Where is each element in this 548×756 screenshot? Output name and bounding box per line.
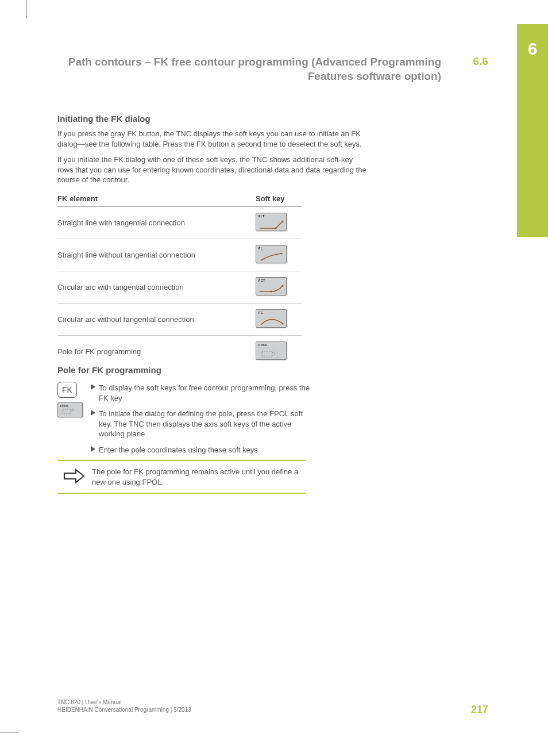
- fk-element-label: Circular arc without tangential connecti…: [57, 303, 256, 335]
- section-heading: Initiating the FK dialog: [57, 114, 368, 124]
- softkey-fct: FCT: [256, 277, 287, 296]
- softkey-cell: FPOL: [256, 335, 302, 367]
- fk-element-label: Circular arc with tangential connection: [57, 271, 256, 303]
- steps-list: To display the soft keys for free contou…: [91, 383, 310, 460]
- svg-marker-17: [91, 446, 95, 452]
- softkey-flt: FLT: [256, 213, 287, 231]
- step-text: To display the soft keys for free contou…: [99, 383, 310, 403]
- svg-point-7: [282, 285, 284, 286]
- list-item: To display the soft keys for free contou…: [91, 383, 310, 403]
- fk-element-label: Pole for FK programming: [57, 335, 256, 367]
- softkey-label: FCT: [258, 279, 265, 282]
- softkey-cell: FL: [256, 239, 302, 271]
- svg-line-1: [276, 221, 283, 228]
- crop-mark: [26, 0, 27, 18]
- softkey-label: FC: [258, 311, 263, 314]
- table-row: Straight line without tangential connect…: [57, 239, 302, 271]
- step-text: Enter the pole coordinates using these s…: [99, 445, 258, 455]
- softkey-glyph-icon: [258, 251, 285, 262]
- softkey-label: FLT: [258, 214, 265, 218]
- softkey-glyph-icon: [258, 283, 285, 294]
- section2: Pole for FK programming: [57, 365, 310, 380]
- softkey-fc: FC: [256, 309, 287, 328]
- page-number: 217: [471, 704, 488, 716]
- content-column: Initiating the FK dialog If you press th…: [57, 114, 368, 367]
- softkey-glyph-icon: [258, 316, 285, 326]
- paragraph: If you initiate the FK dialog with one o…: [57, 155, 368, 185]
- table-row: Pole for FK programming FPOL: [57, 335, 302, 367]
- svg-rect-12: [63, 409, 71, 414]
- chapter-tab: 6: [517, 24, 548, 237]
- softkey-fpol-small: FPOL: [57, 402, 83, 417]
- footer-line: TNC 620 | User's Manual: [57, 699, 500, 706]
- table-header: Soft key: [256, 191, 302, 207]
- softkey-cell: FLT: [256, 206, 302, 239]
- key-stack: FK FPOL: [57, 382, 83, 420]
- section-heading: Pole for FK programming: [57, 365, 310, 375]
- section-number: 6.6: [473, 55, 488, 68]
- softkey-fl: FL: [256, 245, 287, 263]
- fk-element-label: Straight line with tangential connection: [57, 206, 256, 239]
- fk-element-label: Straight line without tangential connect…: [57, 239, 256, 271]
- svg-point-2: [275, 227, 277, 229]
- note-box: The pole for FK programming remains acti…: [57, 460, 306, 494]
- softkey-cell: FCT: [256, 271, 302, 303]
- triangle-icon: [91, 409, 99, 439]
- softkey-glyph-icon: [258, 219, 285, 229]
- hardkey-label: FK: [62, 385, 72, 394]
- triangle-icon: [91, 383, 99, 403]
- paragraph: If you press the gray FK button, the TNC…: [57, 129, 368, 149]
- arrow-right-icon: [62, 467, 92, 487]
- softkey-glyph-icon: [60, 407, 81, 416]
- fk-table: FK element Soft key Straight line with t…: [57, 191, 302, 367]
- list-item: Enter the pole coordinates using these s…: [91, 445, 310, 455]
- list-item: To initiate the dialog for defining the …: [91, 409, 310, 439]
- hardkey-fk: FK: [57, 382, 77, 398]
- note-text: The pole for FK programming remains acti…: [92, 467, 301, 487]
- page-footer: TNC 620 | User's Manual HEIDENHAIN Conve…: [57, 699, 500, 713]
- header-title: Path contours – FK free contour programm…: [57, 55, 500, 83]
- softkey-fpol: FPOL: [256, 341, 287, 360]
- step-text: To initiate the dialog for defining the …: [99, 409, 310, 439]
- svg-point-8: [282, 323, 284, 324]
- table-row: Circular arc with tangential connection …: [57, 271, 302, 303]
- svg-marker-16: [91, 410, 95, 416]
- svg-rect-9: [262, 351, 272, 357]
- svg-marker-15: [91, 384, 95, 390]
- svg-point-4: [281, 252, 283, 254]
- svg-point-3: [282, 220, 284, 222]
- table-header: FK element: [57, 191, 256, 207]
- svg-point-6: [271, 290, 272, 292]
- softkey-label: FPOL: [258, 343, 268, 347]
- softkey-glyph-icon: [258, 348, 285, 358]
- softkey-cell: FC: [256, 303, 302, 335]
- triangle-icon: [91, 445, 99, 455]
- table-row: Straight line with tangential connection…: [57, 206, 302, 239]
- softkey-label: FL: [258, 247, 263, 250]
- table-row: Circular arc without tangential connecti…: [57, 303, 302, 335]
- page-header: Path contours – FK free contour programm…: [57, 55, 500, 83]
- crop-mark: [0, 732, 18, 733]
- chapter-number: 6: [517, 39, 548, 59]
- footer-line: HEIDENHAIN Conversational Programming | …: [57, 706, 500, 713]
